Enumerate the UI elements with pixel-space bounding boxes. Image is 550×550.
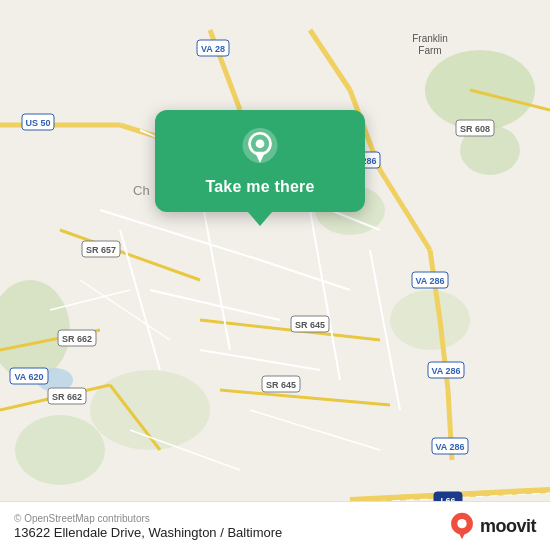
svg-text:US 50: US 50 bbox=[25, 118, 50, 128]
address-label: 13622 Ellendale Drive, Washington / Balt… bbox=[14, 525, 282, 540]
address-section: © OpenStreetMap contributors 13622 Ellen… bbox=[14, 513, 282, 540]
svg-point-75 bbox=[256, 139, 265, 148]
svg-text:Farm: Farm bbox=[418, 45, 441, 56]
svg-text:Franklin: Franklin bbox=[412, 33, 448, 44]
svg-text:SR 608: SR 608 bbox=[460, 124, 490, 134]
svg-point-7 bbox=[390, 290, 470, 350]
svg-text:VA 286: VA 286 bbox=[435, 442, 464, 452]
svg-text:SR 657: SR 657 bbox=[86, 245, 116, 255]
location-pin-icon bbox=[239, 128, 281, 170]
moovit-pin-icon bbox=[448, 512, 476, 540]
svg-text:Ch: Ch bbox=[133, 183, 150, 198]
svg-text:SR 662: SR 662 bbox=[52, 392, 82, 402]
svg-point-4 bbox=[15, 415, 105, 485]
moovit-text: moovit bbox=[480, 516, 536, 537]
svg-text:SR 662: SR 662 bbox=[62, 334, 92, 344]
map-container: VA 28 US 50 VA 286 VA 286 VA 286 VA 286 … bbox=[0, 0, 550, 550]
take-me-there-label: Take me there bbox=[205, 178, 314, 196]
svg-text:VA 286: VA 286 bbox=[431, 366, 460, 376]
svg-text:SR 645: SR 645 bbox=[295, 320, 325, 330]
svg-point-1 bbox=[425, 50, 535, 130]
svg-text:SR 645: SR 645 bbox=[266, 380, 296, 390]
svg-text:VA 620: VA 620 bbox=[14, 372, 43, 382]
location-popup[interactable]: Take me there bbox=[155, 110, 365, 212]
map-roads: VA 28 US 50 VA 286 VA 286 VA 286 VA 286 … bbox=[0, 0, 550, 550]
moovit-logo: moovit bbox=[448, 512, 536, 540]
svg-text:VA 286: VA 286 bbox=[415, 276, 444, 286]
bottom-info-bar: © OpenStreetMap contributors 13622 Ellen… bbox=[0, 501, 550, 550]
svg-marker-79 bbox=[458, 531, 466, 539]
svg-text:VA 28: VA 28 bbox=[201, 44, 225, 54]
svg-point-78 bbox=[457, 519, 466, 528]
osm-credit: © OpenStreetMap contributors bbox=[14, 513, 282, 524]
